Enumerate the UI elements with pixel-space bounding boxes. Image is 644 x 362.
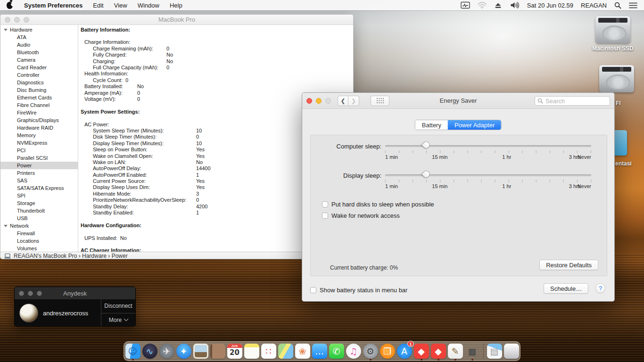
wifi-icon[interactable]	[478, 2, 487, 8]
sidebar-item[interactable]: Card Reader	[0, 64, 78, 71]
minimize-button[interactable]	[316, 98, 322, 104]
menubar-user[interactable]: REAGAN	[581, 2, 607, 9]
dock-item-app-store[interactable]: A 1	[396, 342, 413, 360]
slider-track[interactable]	[385, 145, 591, 147]
info-value: Yes	[196, 147, 205, 152]
dock-item-itunes[interactable]: ♫	[346, 342, 362, 360]
sidebar-item[interactable]: Locations	[0, 237, 78, 245]
menubar-menu[interactable]: Window	[138, 2, 159, 9]
sidebar-item-label: Thunderbolt	[17, 208, 45, 214]
dock-item-calendar[interactable]: JUN 20	[227, 342, 243, 360]
slider-thumb[interactable]	[421, 169, 431, 179]
dock-item-system-preferences[interactable]: ⚙	[363, 342, 379, 360]
forward-button[interactable]: ❯	[348, 96, 359, 106]
sidebar-item[interactable]: Hardware RAID	[0, 124, 78, 132]
sidebar-item[interactable]: Network	[0, 222, 78, 230]
sidebar-item[interactable]: Memory	[0, 132, 78, 139]
apple-menu-icon[interactable]	[7, 2, 13, 9]
show-all-button[interactable]	[371, 96, 389, 106]
dock-item-documents[interactable]: ▤	[487, 342, 503, 360]
eject-icon[interactable]	[494, 2, 502, 8]
sidebar-item[interactable]: SATA/SATA Express	[0, 184, 78, 192]
sidebar-item[interactable]: USB	[0, 214, 78, 222]
anydesk-status-icon[interactable]	[461, 1, 470, 9]
sidebar-item[interactable]: Graphics/Displays	[0, 116, 78, 124]
sidebar-item[interactable]: Volumes	[0, 245, 78, 252]
sidebar-item[interactable]: Diagnostics	[0, 79, 78, 86]
sidebar-item[interactable]: ATA	[0, 33, 78, 41]
dock-item-trash[interactable]	[504, 342, 520, 360]
dock-item-anydesk-2[interactable]: ◆	[430, 342, 446, 360]
sidebar-item[interactable]: Parallel SCSI	[0, 154, 78, 162]
more-button[interactable]: More	[101, 313, 135, 327]
close-button[interactable]	[306, 98, 312, 104]
slider-thumb[interactable]	[421, 140, 431, 150]
disclosure-triangle-icon[interactable]	[4, 225, 8, 227]
schedule-button[interactable]: Schedule…	[544, 283, 588, 294]
back-button[interactable]: ❮	[338, 96, 348, 106]
volume-icon[interactable]	[510, 1, 520, 9]
dock-item-notes[interactable]	[244, 342, 260, 360]
spotlight-search-icon[interactable]	[614, 2, 621, 9]
slider-track[interactable]	[385, 174, 591, 176]
desktop-icon-disk2[interactable]	[596, 65, 637, 92]
sidebar-item[interactable]: Controller	[0, 71, 78, 79]
help-button[interactable]: ?	[595, 283, 605, 293]
dock-item-photos[interactable]: ❀	[295, 342, 311, 360]
dock-item-ibooks[interactable]: ❐	[380, 342, 396, 360]
sidebar-item[interactable]: Thunderbolt	[0, 207, 78, 214]
restore-defaults-button[interactable]: Restore Defaults	[539, 260, 598, 270]
sidebar-item[interactable]: SAS	[0, 177, 78, 184]
menubar-app-name[interactable]: System Preferences	[24, 2, 83, 9]
sidebar-item[interactable]: PCI	[0, 147, 78, 154]
dock-item-contacts[interactable]	[210, 342, 226, 360]
dock-item-mail[interactable]	[193, 342, 209, 360]
sidebar-item[interactable]: Audio	[0, 41, 78, 49]
zoom-button[interactable]	[325, 98, 331, 104]
menubar-menu[interactable]: Help	[170, 2, 182, 9]
sidebar-item[interactable]: Printers	[0, 169, 78, 177]
sidebar-item[interactable]: Camera	[0, 56, 78, 64]
sidebar-item[interactable]: Bluetooth	[0, 49, 78, 56]
disclosure-triangle-icon[interactable]	[4, 29, 8, 31]
anydesk-titlebar[interactable]: Anydesk	[15, 287, 135, 299]
menubar-clock[interactable]: Sat 20 Jun 02.59	[527, 2, 573, 9]
dock-item-textedit[interactable]: ✎	[447, 342, 463, 360]
dock-item-siri[interactable]: ∿	[142, 342, 158, 360]
app-icon	[244, 344, 259, 359]
dock-item-launchpad[interactable]: ✈	[159, 342, 175, 360]
checkbox[interactable]	[310, 287, 316, 293]
dock-item-reminders[interactable]: ∷	[261, 342, 277, 360]
sidebar-item[interactable]: NVMExpress	[0, 139, 78, 147]
sidebar-item[interactable]: Firewall	[0, 230, 78, 237]
dock-item-anydesk[interactable]: ◆	[413, 342, 429, 360]
sidebar-item[interactable]: Power	[0, 162, 78, 169]
desktop-icon-macintosh-ssd[interactable]: Macintosh SSD	[592, 16, 634, 52]
search-input[interactable]	[535, 96, 610, 106]
sidebar-item[interactable]: Storage	[0, 199, 78, 207]
sidebar-item[interactable]: Fibre Channel	[0, 101, 78, 109]
notification-center-icon[interactable]	[629, 2, 637, 8]
dock-item-finder[interactable]: ☺	[125, 342, 141, 360]
info-value: 1	[196, 172, 199, 178]
window-toolbar[interactable]: ❮ ❯ Energy Saver	[302, 93, 614, 109]
dock-item-maps[interactable]	[278, 342, 294, 360]
dock-item-facetime[interactable]: ✆	[329, 342, 345, 360]
dock-item-safari[interactable]: ✦	[176, 342, 192, 360]
dock-divider[interactable]	[481, 342, 486, 360]
sidebar-item[interactable]: Disc Burning	[0, 86, 78, 94]
tab[interactable]: Power Adapter	[448, 120, 501, 130]
menubar-menu[interactable]: Edit	[93, 2, 103, 9]
disconnect-button[interactable]: Disconnect	[101, 299, 135, 313]
tab[interactable]: Battery	[415, 120, 448, 130]
dock-item-hardware-tool[interactable]: ▦	[464, 342, 480, 360]
dock-item-messages[interactable]: …	[312, 342, 328, 360]
checkbox[interactable]	[322, 213, 328, 219]
sidebar-item[interactable]: Hardware	[0, 26, 78, 33]
checkbox[interactable]	[322, 201, 328, 207]
window-titlebar[interactable]: MacBook Pro	[0, 15, 353, 25]
sidebar-item[interactable]: Ethernet Cards	[0, 94, 78, 101]
menubar-menu[interactable]: View	[114, 2, 127, 9]
sidebar-item[interactable]: SPI	[0, 192, 78, 199]
sidebar-item[interactable]: FireWire	[0, 109, 78, 116]
